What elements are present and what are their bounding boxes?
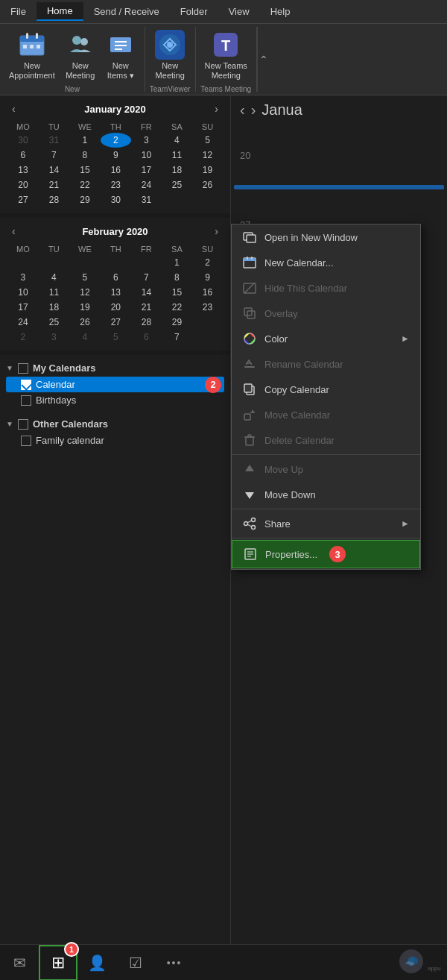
- feb-day-cell[interactable]: 8: [162, 270, 192, 285]
- jan-day-cell[interactable]: 22: [69, 178, 101, 192]
- jan-day-cell[interactable]: 27: [7, 192, 39, 207]
- feb-day-cell[interactable]: 29: [162, 315, 192, 330]
- feb-day-cell[interactable]: 11: [39, 285, 69, 300]
- feb-day-cell[interactable]: 4: [69, 330, 101, 345]
- jan-day-cell[interactable]: 26: [192, 178, 223, 192]
- new-meeting-tv-button[interactable]: New Meeting: [150, 27, 189, 84]
- new-meeting-button[interactable]: New Meeting: [61, 27, 100, 84]
- feb-day-cell[interactable]: 6: [131, 330, 162, 345]
- jan-day-cell[interactable]: 11: [162, 148, 192, 163]
- jan-day-cell[interactable]: 3: [131, 133, 162, 148]
- nav-more[interactable]: •••: [155, 945, 194, 981]
- nav-people[interactable]: 👤: [77, 945, 116, 981]
- jan-day-cell[interactable]: 4: [162, 133, 192, 148]
- jan-day-cell[interactable]: 23: [101, 178, 131, 192]
- feb-day-cell[interactable]: 14: [131, 285, 162, 300]
- ctx-open-new-window[interactable]: Open in New Window: [232, 224, 420, 250]
- jan-day-cell[interactable]: 18: [162, 163, 192, 178]
- ctx-move-down[interactable]: Move Down: [232, 482, 420, 507]
- menu-help[interactable]: Help: [260, 3, 301, 20]
- main-cal-prev[interactable]: ‹: [240, 101, 245, 119]
- jan-day-cell[interactable]: 8: [69, 148, 101, 163]
- jan-day-cell[interactable]: 30: [101, 192, 131, 207]
- feb-day-cell[interactable]: 23: [192, 300, 223, 315]
- new-teams-meeting-button[interactable]: T New Teams Meeting: [200, 27, 252, 84]
- feb-day-cell[interactable]: 12: [69, 285, 101, 300]
- feb-day-cell[interactable]: 7: [162, 330, 192, 345]
- feb-day-cell[interactable]: 25: [39, 315, 69, 330]
- feb-day-cell[interactable]: 5: [101, 330, 131, 345]
- feb-day-cell[interactable]: 10: [7, 285, 39, 300]
- feb-day-cell[interactable]: 4: [39, 270, 69, 285]
- jan-day-cell[interactable]: 28: [39, 192, 69, 207]
- ctx-copy-calendar[interactable]: Copy Calendar: [232, 377, 420, 402]
- jan-day-cell[interactable]: 16: [101, 163, 131, 178]
- other-calendars-checkbox[interactable]: [18, 419, 28, 430]
- jan-day-cell[interactable]: 15: [69, 163, 101, 178]
- menu-view[interactable]: View: [218, 3, 260, 20]
- menu-home[interactable]: Home: [37, 2, 83, 21]
- calendar-checkbox[interactable]: [21, 380, 31, 390]
- feb-day-cell[interactable]: 2: [7, 330, 39, 345]
- ribbon-collapse-button[interactable]: ⌃: [257, 27, 270, 92]
- nav-tasks[interactable]: ☑: [116, 945, 155, 981]
- jan-day-cell[interactable]: 6: [7, 148, 39, 163]
- other-calendars-header[interactable]: ▼ Other Calendars: [6, 418, 224, 430]
- jan-day-cell[interactable]: 17: [131, 163, 162, 178]
- feb-day-cell[interactable]: 5: [69, 270, 101, 285]
- jan-prev-button[interactable]: ‹: [7, 101, 20, 116]
- feb-day-cell[interactable]: 2: [192, 255, 223, 270]
- ctx-new-calendar[interactable]: New Calendar...: [232, 250, 420, 275]
- feb-day-cell[interactable]: 19: [69, 300, 101, 315]
- menu-file[interactable]: File: [0, 3, 37, 20]
- feb-day-cell[interactable]: 21: [131, 300, 162, 315]
- feb-day-cell[interactable]: 9: [192, 270, 223, 285]
- menu-folder[interactable]: Folder: [170, 3, 218, 20]
- feb-day-cell[interactable]: 17: [7, 300, 39, 315]
- birthdays-checkbox[interactable]: [21, 395, 31, 406]
- ctx-properties[interactable]: Properties... 3: [232, 540, 420, 568]
- jan-day-cell[interactable]: 13: [7, 163, 39, 178]
- feb-day-cell[interactable]: 28: [131, 315, 162, 330]
- jan-day-cell[interactable]: 14: [39, 163, 69, 178]
- ctx-color[interactable]: Color ►: [232, 326, 420, 351]
- new-items-button[interactable]: New Items ▾: [101, 27, 140, 84]
- feb-day-cell[interactable]: 26: [69, 315, 101, 330]
- feb-day-cell[interactable]: 3: [39, 330, 69, 345]
- family-calendar-checkbox[interactable]: [21, 436, 31, 446]
- feb-day-cell[interactable]: 20: [101, 300, 131, 315]
- jan-day-cell[interactable]: 31: [131, 192, 162, 207]
- my-calendars-checkbox[interactable]: [18, 363, 28, 374]
- jan-day-cell[interactable]: 25: [162, 178, 192, 192]
- new-appointment-button[interactable]: New Appointment: [4, 27, 60, 84]
- feb-day-cell[interactable]: 27: [101, 315, 131, 330]
- jan-day-cell[interactable]: 21: [39, 178, 69, 192]
- feb-day-cell[interactable]: 1: [162, 255, 192, 270]
- feb-day-cell[interactable]: 18: [39, 300, 69, 315]
- family-calendar-item[interactable]: Family calendar: [6, 433, 224, 448]
- jan-day-cell[interactable]: 1: [69, 133, 101, 148]
- feb-next-button[interactable]: ›: [210, 224, 223, 239]
- jan-day-cell[interactable]: 19: [192, 163, 223, 178]
- birthdays-item[interactable]: Birthdays: [6, 392, 224, 408]
- jan-day-cell[interactable]: 29: [69, 192, 101, 207]
- jan-day-cell[interactable]: 31: [39, 133, 69, 148]
- feb-day-cell[interactable]: 22: [162, 300, 192, 315]
- jan-day-cell[interactable]: 10: [131, 148, 162, 163]
- jan-day-cell[interactable]: 24: [131, 178, 162, 192]
- nav-calendar[interactable]: ⊞ 1: [39, 945, 77, 981]
- jan-day-cell[interactable]: 30: [7, 133, 39, 148]
- feb-prev-button[interactable]: ‹: [7, 224, 20, 239]
- feb-day-cell[interactable]: 24: [7, 315, 39, 330]
- feb-day-cell[interactable]: 13: [101, 285, 131, 300]
- jan-day-cell[interactable]: 5: [192, 133, 223, 148]
- main-cal-next[interactable]: ›: [251, 101, 256, 119]
- jan-day-cell[interactable]: 7: [39, 148, 69, 163]
- menu-send-receive[interactable]: Send / Receive: [83, 3, 170, 20]
- jan-next-button[interactable]: ›: [210, 101, 223, 116]
- feb-day-cell[interactable]: 6: [101, 270, 131, 285]
- jan-day-cell[interactable]: 12: [192, 148, 223, 163]
- jan-day-cell[interactable]: 9: [101, 148, 131, 163]
- feb-day-cell[interactable]: 16: [192, 285, 223, 300]
- ctx-share[interactable]: Share ►: [232, 511, 420, 536]
